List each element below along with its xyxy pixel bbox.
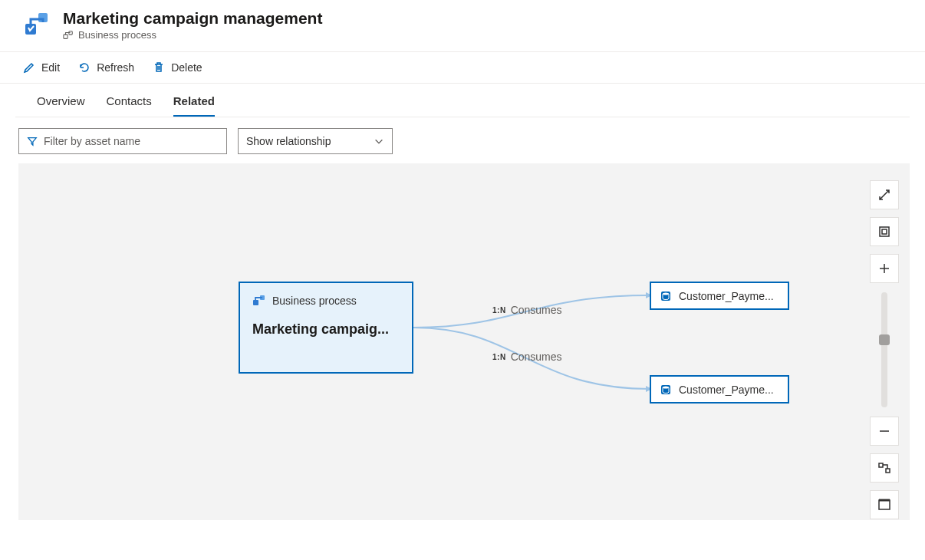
svg-rect-14	[879, 500, 890, 509]
relationship-label: Show relationship	[246, 135, 331, 147]
expand-icon	[877, 188, 891, 202]
fit-screen-icon	[877, 225, 891, 239]
zoom-slider[interactable]	[881, 292, 887, 407]
zoom-out-button[interactable]	[870, 417, 899, 446]
toolbar: Edit Refresh Delete	[0, 51, 925, 84]
refresh-label: Refresh	[97, 61, 134, 74]
edge-name: Consumes	[511, 304, 562, 316]
database-icon	[659, 383, 673, 397]
fullscreen-button[interactable]	[870, 180, 899, 209]
svg-rect-11	[882, 229, 887, 234]
svg-rect-13	[886, 469, 890, 473]
page-subtitle-text: Business process	[78, 29, 156, 41]
minimap-icon	[877, 498, 891, 512]
database-icon	[659, 289, 673, 303]
svg-point-9	[663, 386, 669, 388]
filter-input[interactable]	[44, 135, 219, 147]
node-target-0[interactable]: Customer_Payme...	[650, 282, 789, 310]
node-target-1[interactable]: Customer_Payme...	[650, 375, 789, 404]
edge-label-1: 1:N Consumes	[492, 351, 562, 363]
business-process-icon	[252, 294, 266, 308]
minimap-button[interactable]	[870, 490, 899, 519]
node-title: Marketing campaig...	[252, 321, 389, 338]
tab-overview[interactable]: Overview	[37, 94, 85, 117]
tab-contacts[interactable]: Contacts	[107, 94, 152, 117]
filter-input-wrapper[interactable]	[18, 128, 227, 154]
refresh-icon	[78, 61, 91, 74]
tab-bar: Overview Contacts Related	[15, 84, 910, 117]
process-small-icon	[63, 30, 74, 41]
edit-label: Edit	[41, 61, 60, 74]
edge-cardinality: 1:N	[492, 353, 506, 361]
filter-icon	[27, 136, 38, 147]
edge-cardinality: 1:N	[492, 306, 506, 315]
node-label: Customer_Payme...	[679, 290, 774, 302]
edge-layer	[18, 163, 910, 520]
page-title: Marketing campaign management	[63, 9, 322, 28]
node-label: Customer_Payme...	[679, 384, 774, 396]
tab-related[interactable]: Related	[173, 94, 215, 117]
svg-rect-12	[879, 463, 883, 467]
svg-point-7	[663, 292, 669, 295]
page-header: Marketing campaign management Business p…	[0, 0, 925, 51]
pencil-icon	[23, 61, 35, 74]
layout-icon	[877, 461, 891, 475]
edge-name: Consumes	[511, 351, 562, 363]
fit-button[interactable]	[870, 217, 899, 246]
zoom-in-button[interactable]	[870, 254, 899, 283]
business-process-icon	[21, 10, 52, 41]
plus-icon	[877, 262, 891, 275]
chevron-down-icon	[374, 136, 384, 147]
filter-row: Show relationship	[0, 117, 925, 163]
delete-label: Delete	[171, 61, 202, 74]
zoom-thumb[interactable]	[879, 334, 890, 345]
minus-icon	[877, 424, 891, 438]
svg-rect-10	[880, 227, 889, 236]
node-type-label: Business process	[272, 295, 357, 307]
node-main[interactable]: Business process Marketing campaig...	[239, 282, 413, 374]
page-subtitle: Business process	[63, 29, 322, 41]
trash-icon	[153, 61, 165, 74]
svg-rect-2	[64, 35, 67, 38]
svg-rect-4	[253, 300, 258, 305]
relationship-canvas[interactable]: 1:N Consumes 1:N Consumes Business proce…	[18, 163, 910, 520]
canvas-tool-column	[870, 180, 899, 519]
relationship-dropdown[interactable]: Show relationship	[238, 128, 393, 154]
edit-button[interactable]: Edit	[21, 58, 61, 77]
delete-button[interactable]: Delete	[151, 58, 203, 77]
edge-label-0: 1:N Consumes	[492, 304, 562, 316]
layout-button[interactable]	[870, 453, 899, 483]
refresh-button[interactable]: Refresh	[77, 58, 136, 77]
